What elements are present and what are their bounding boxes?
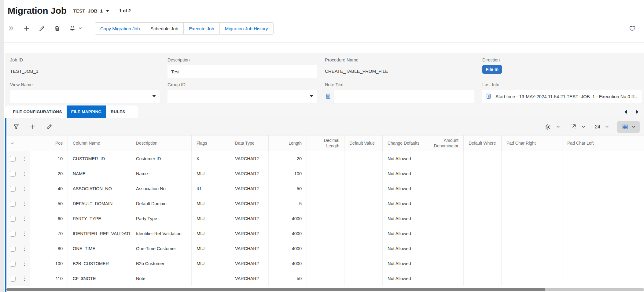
row-checkbox[interactable] [10, 171, 16, 177]
cell-pad_char_left[interactable] [562, 271, 625, 286]
cell-column_name[interactable]: B2B_CUSTOMER [68, 256, 131, 271]
row-checkbox[interactable] [10, 201, 16, 207]
cell-decimal_length[interactable] [307, 196, 344, 211]
cell-pad_char_right[interactable] [502, 151, 562, 166]
row-checkbox[interactable] [10, 186, 16, 192]
cell-pad_char_right[interactable] [502, 271, 562, 286]
cell-length[interactable]: 50 [269, 271, 307, 286]
chevron-down-icon[interactable] [581, 125, 586, 129]
cell-length[interactable]: 20 [269, 151, 307, 166]
column-header-pad_char_right[interactable]: Pad Char Right [502, 135, 562, 151]
cell-amount_denominator[interactable] [425, 226, 464, 241]
view-name-select[interactable] [10, 90, 160, 103]
cell-data_type[interactable]: VARCHAR2 [230, 211, 269, 226]
cell-flags[interactable]: MIU [192, 196, 230, 211]
column-header-length[interactable]: Length [269, 135, 307, 151]
cell-pad_char_left[interactable] [562, 151, 625, 166]
tab-rules[interactable]: RULES [106, 105, 130, 118]
cell-default_value[interactable] [344, 181, 383, 196]
row-kebab-menu-icon[interactable]: ⋮ [22, 216, 27, 221]
cell-pos[interactable]: 60 [30, 211, 68, 226]
add-row-icon[interactable] [29, 123, 36, 131]
cell-pad_char_left[interactable] [562, 166, 625, 181]
schedule-job-button[interactable]: Schedule Job [145, 22, 184, 35]
cell-decimal_length[interactable] [307, 271, 344, 286]
cell-flags[interactable]: MIU [192, 226, 230, 241]
cell-pos[interactable]: 70 [30, 226, 68, 241]
cell-amount_denominator[interactable] [425, 256, 464, 271]
row-kebab-menu-icon[interactable]: ⋮ [22, 246, 27, 251]
column-header-description[interactable]: Description [131, 135, 192, 151]
chevron-down-icon[interactable] [556, 125, 560, 129]
row-kebab-menu-icon[interactable]: ⋮ [22, 261, 27, 266]
cell-flags[interactable]: K [192, 151, 230, 166]
cell-description[interactable]: Party Type [131, 211, 192, 226]
row-checkbox[interactable] [10, 156, 16, 162]
last-info-field[interactable]: Start time - 13-MAY-2024 11:54:21 TEST_J… [482, 90, 642, 103]
cell-flags[interactable] [192, 271, 230, 286]
column-header-decimal_length[interactable]: Decimal Length [307, 135, 344, 151]
cell-length[interactable]: 4000 [269, 241, 307, 256]
cell-amount_denominator[interactable] [425, 196, 464, 211]
filter-funnel-icon[interactable] [13, 123, 20, 131]
edit-pencil-icon[interactable] [46, 123, 53, 131]
cell-decimal_length[interactable] [307, 241, 344, 256]
row-checkbox[interactable] [10, 216, 16, 222]
column-header-default_where[interactable]: Default Where [464, 135, 502, 151]
row-checkbox[interactable] [10, 246, 16, 252]
cell-data_type[interactable]: VARCHAR2 [230, 166, 269, 181]
cell-flags[interactable]: IU [192, 181, 230, 196]
cell-data_type[interactable]: VARCHAR2 [230, 271, 269, 286]
cell-data_type[interactable]: VARCHAR2 [230, 196, 269, 211]
cell-amount_denominator[interactable] [425, 181, 464, 196]
cell-length[interactable]: 4000 [269, 226, 307, 241]
cell-default_value[interactable] [344, 256, 383, 271]
cell-data_type[interactable]: VARCHAR2 [230, 151, 269, 166]
cell-amount_denominator[interactable] [425, 241, 464, 256]
cell-change_defaults[interactable]: Not Allowed [383, 256, 425, 271]
cell-pos[interactable]: 10 [30, 151, 68, 166]
tab-file-configurations[interactable]: FILE CONFIGURATIONS [8, 105, 67, 118]
cell-length[interactable]: 4000 [269, 256, 307, 271]
cell-flags[interactable]: MIU [192, 256, 230, 271]
row-checkbox[interactable] [10, 276, 16, 282]
row-kebab-menu-icon[interactable]: ⋮ [22, 276, 27, 281]
column-header-default_value[interactable]: Default Value [344, 135, 383, 151]
cell-description[interactable]: Identifier Ref Validation [131, 226, 192, 241]
cell-pad_char_right[interactable] [502, 226, 562, 241]
cell-pos[interactable]: 110 [30, 271, 68, 286]
cell-flags[interactable]: MIU [192, 166, 230, 181]
cell-description[interactable]: Customer ID [131, 151, 192, 166]
cell-change_defaults[interactable]: Not Allowed [383, 241, 425, 256]
cell-column_name[interactable]: DEFAULT_DOMAIN [68, 196, 131, 211]
migration-job-history-button[interactable]: Migration Job History [219, 22, 274, 35]
column-header-amount_denominator[interactable]: Amount Denominator [425, 135, 464, 151]
cell-description[interactable]: Note [131, 271, 192, 286]
cell-pad_char_left[interactable] [562, 241, 625, 256]
column-header-data_type[interactable]: Data Type [230, 135, 269, 151]
cell-column_name[interactable]: PARTY_TYPE [68, 211, 131, 226]
cell-flags[interactable]: MIU [192, 211, 230, 226]
column-header-flags[interactable]: Flags [192, 135, 230, 151]
cell-description[interactable]: Association No [131, 181, 192, 196]
record-selector[interactable]: TEST_JOB_1 [73, 8, 109, 13]
page-size-value[interactable]: 24 [595, 124, 600, 130]
cell-description[interactable]: Default Domain [131, 196, 192, 211]
cell-default_value[interactable] [344, 211, 383, 226]
cell-change_defaults[interactable]: Not Allowed [383, 226, 425, 241]
cell-pos[interactable]: 40 [30, 181, 68, 196]
cell-change_defaults[interactable]: Not Allowed [383, 181, 425, 196]
cell-data_type[interactable]: VARCHAR2 [230, 256, 269, 271]
scrollbar-thumb[interactable] [6, 288, 545, 291]
add-icon[interactable] [23, 25, 30, 32]
group-id-select[interactable] [167, 90, 317, 103]
cell-pad_char_left[interactable] [562, 196, 625, 211]
tab-file-mapping[interactable]: FILE MAPPING [67, 105, 106, 118]
cell-pad_char_right[interactable] [502, 256, 562, 271]
cell-pad_char_right[interactable] [502, 211, 562, 226]
cell-default_where[interactable] [464, 271, 502, 286]
row-kebab-menu-icon[interactable]: ⋮ [22, 156, 27, 161]
export-share-icon[interactable] [569, 123, 577, 131]
gear-icon[interactable] [544, 123, 551, 131]
cell-amount_denominator[interactable] [425, 151, 464, 166]
